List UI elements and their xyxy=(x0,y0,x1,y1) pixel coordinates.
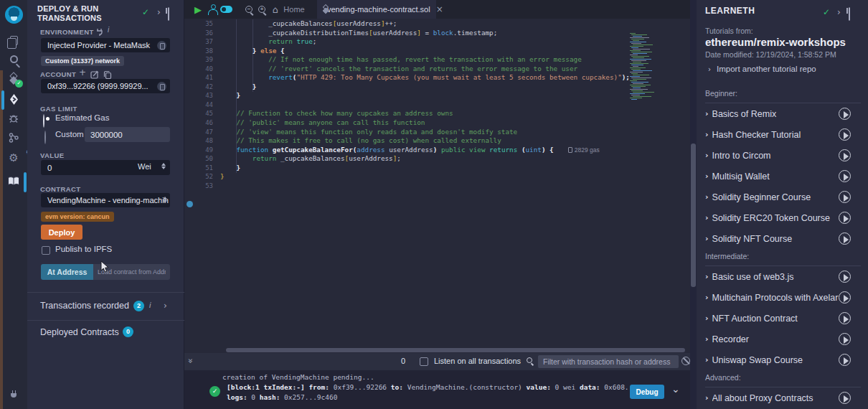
tutorial-item[interactable]: ›Recorder xyxy=(705,329,861,349)
line-number[interactable]: 52 xyxy=(184,172,213,182)
line-number[interactable]: 53 xyxy=(184,182,213,191)
line-number[interactable]: 47 xyxy=(184,128,213,137)
play-tutorial-button[interactable] xyxy=(839,212,851,224)
listen-all-transactions-checkbox[interactable] xyxy=(420,357,428,366)
zoom-out-icon[interactable]: − xyxy=(243,0,255,19)
minimap-line xyxy=(630,63,648,64)
publish-to-ipfs-checkbox[interactable] xyxy=(42,246,50,255)
editor-gutter[interactable]: 35363738394041424344454647484950515253 xyxy=(184,19,213,190)
tutorial-item[interactable]: ›Solidity ERC20 Token Course xyxy=(705,207,861,228)
tutorial-item[interactable]: ›Intro to Circom xyxy=(705,145,861,166)
plugin-manager-icon[interactable]: ⚙ xyxy=(0,151,27,165)
home-tab-label[interactable]: Home xyxy=(282,0,306,19)
play-tutorial-button[interactable] xyxy=(839,271,851,283)
line-number[interactable]: 41 xyxy=(184,73,213,83)
play-tutorial-button[interactable] xyxy=(839,128,851,141)
contract-select[interactable]: VendingMachine - vending-machin xyxy=(41,193,170,207)
play-tutorial-button[interactable] xyxy=(839,232,851,245)
line-number[interactable]: 36 xyxy=(184,29,213,38)
account-copy-badge-icon[interactable] xyxy=(157,82,166,91)
line-number[interactable]: 46 xyxy=(184,118,213,128)
play-tutorial-button[interactable] xyxy=(839,170,851,182)
code-editor[interactable]: 35363738394041424344454647484950515253 _… xyxy=(184,19,690,347)
value-unit-arrows-icon[interactable] xyxy=(161,163,166,169)
tutorial-item[interactable]: ›Basic use of web3.js xyxy=(705,266,861,287)
environment-copy-badge-icon[interactable] xyxy=(157,41,166,50)
environment-info-icon[interactable]: i xyxy=(108,26,109,34)
zoom-in-icon[interactable]: + xyxy=(256,0,268,19)
debugger-icon[interactable] xyxy=(0,111,27,126)
expand-terminal-icon[interactable]: « xyxy=(185,358,195,363)
line-number[interactable]: 43 xyxy=(184,91,213,100)
horizontal-scrollbar[interactable] xyxy=(226,348,685,352)
tutorial-item[interactable]: ›Solidity NFT Course xyxy=(705,228,861,249)
play-tutorial-button[interactable] xyxy=(839,312,851,324)
publish-walkthrough-icon[interactable] xyxy=(206,0,219,19)
terminal-filter-input[interactable] xyxy=(538,355,679,368)
tutorial-item[interactable]: ›All about Proxy Contracts xyxy=(705,387,861,408)
remix-logo-icon[interactable] xyxy=(0,5,27,24)
tutorial-item[interactable]: ›Basics of Remix xyxy=(705,103,861,124)
at-address-button[interactable]: At Address xyxy=(41,264,93,280)
breakpoint-marker[interactable] xyxy=(187,201,193,207)
deploy-button[interactable]: Deploy xyxy=(41,225,82,240)
play-tutorial-button[interactable] xyxy=(839,333,851,345)
play-tutorial-button[interactable] xyxy=(839,108,851,120)
line-number[interactable]: 38 xyxy=(184,47,213,56)
custom-gas-radio[interactable] xyxy=(44,131,46,144)
preview-toggle-icon[interactable] xyxy=(218,0,234,19)
panel-collapse-icon[interactable]: › xyxy=(157,7,161,17)
debug-button[interactable]: Debug xyxy=(630,385,664,399)
line-number[interactable]: 35 xyxy=(184,19,213,29)
search-icon[interactable] xyxy=(0,52,27,66)
play-tutorial-button[interactable] xyxy=(839,191,851,203)
tutorial-item[interactable]: ›NFT Auction Contract xyxy=(705,308,861,329)
line-number[interactable]: 42 xyxy=(184,83,213,92)
solidity-compiler-icon[interactable]: ✓ xyxy=(0,72,27,86)
chevron-right-icon: › xyxy=(705,334,709,344)
vertical-scrollbar-thumb[interactable] xyxy=(691,144,696,287)
transactions-info-icon[interactable]: i xyxy=(149,301,151,309)
import-tutorial-repo-toggle[interactable]: ›Import another tutorial repo xyxy=(708,65,816,73)
panel-pin-icon[interactable] xyxy=(168,7,169,21)
play-tutorial-button[interactable] xyxy=(839,291,851,304)
editor-tab[interactable]: vending-machine-contract.sol × xyxy=(317,0,436,19)
line-number[interactable]: 39 xyxy=(184,55,213,65)
learneth-pin-icon[interactable] xyxy=(849,7,850,21)
estimated-gas-radio[interactable] xyxy=(43,114,44,128)
play-tutorial-button[interactable] xyxy=(839,392,851,404)
line-number[interactable]: 48 xyxy=(184,136,213,146)
source-control-icon[interactable] xyxy=(0,131,27,145)
value-input[interactable] xyxy=(41,160,133,175)
expand-transaction-icon[interactable]: ⌄ xyxy=(671,383,680,395)
value-unit-select[interactable]: Wei xyxy=(138,162,151,171)
tutorial-item[interactable]: ›Hash Checker Tutorial xyxy=(705,124,861,145)
tutorial-item[interactable]: ›Multisig Wallet xyxy=(705,166,861,187)
play-tutorial-button[interactable] xyxy=(839,354,851,366)
run-script-button[interactable]: ▶ xyxy=(192,0,204,19)
line-number[interactable]: 40 xyxy=(184,65,213,74)
tutorial-item[interactable]: ›Solidity Beginner Course xyxy=(705,187,861,207)
line-number[interactable]: 50 xyxy=(184,154,213,164)
tutorial-item[interactable]: ›Multichain Protocols with Axelar xyxy=(705,287,861,308)
transactions-expand-icon[interactable]: › xyxy=(164,301,167,311)
line-number[interactable]: 44 xyxy=(184,100,213,110)
tutorial-item[interactable]: ›Uniswap Swap Course xyxy=(705,349,861,370)
file-explorer-icon[interactable] xyxy=(0,33,27,47)
clear-console-icon[interactable] xyxy=(681,357,690,365)
account-select[interactable]: 0xf39...92266 (9999.99929... xyxy=(41,79,170,93)
add-account-icon[interactable]: + xyxy=(79,67,86,77)
home-icon[interactable]: ⌂ xyxy=(270,0,280,19)
vertical-scrollbar[interactable] xyxy=(690,0,697,409)
close-tab-icon[interactable]: × xyxy=(436,4,443,14)
line-number[interactable]: 37 xyxy=(184,37,213,47)
custom-gas-input[interactable] xyxy=(85,127,170,142)
line-number[interactable]: 45 xyxy=(184,109,213,118)
environment-select[interactable]: Injected Provider - MetaMask xyxy=(41,38,170,52)
learneth-collapse-icon[interactable]: › xyxy=(837,7,841,17)
editor-minimap[interactable] xyxy=(630,33,654,100)
play-tutorial-button[interactable] xyxy=(839,149,851,161)
plug-icon[interactable] xyxy=(0,387,27,402)
line-number[interactable]: 49 xyxy=(184,146,213,155)
line-number[interactable]: 51 xyxy=(184,164,213,173)
